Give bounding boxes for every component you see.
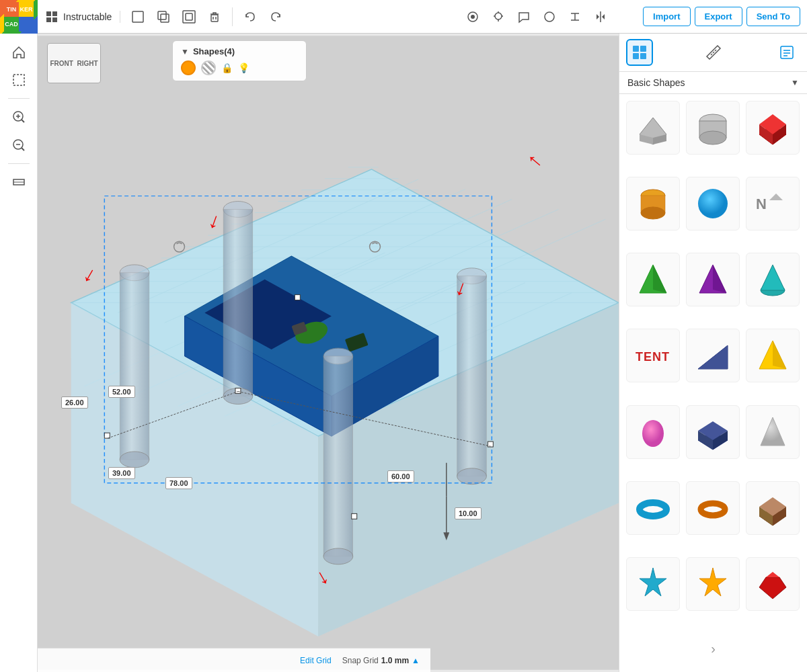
svg-marker-124 (769, 194, 783, 200)
shape-item-sphere[interactable] (686, 177, 740, 230)
sidebar-separator-2 (8, 163, 30, 164)
svg-point-114 (699, 131, 726, 144)
mirror-button[interactable] (589, 5, 612, 28)
svg-rect-6 (161, 14, 169, 22)
color-stripe-button[interactable] (201, 60, 216, 75)
svg-line-33 (22, 148, 24, 151)
navigation-cube[interactable]: FRONT RIGHT (47, 43, 101, 97)
grid-icon (46, 11, 58, 23)
export-button[interactable]: Export (695, 7, 742, 26)
shape-item-box-blue[interactable] (686, 405, 740, 459)
light-button[interactable] (487, 5, 510, 28)
fit-view-button[interactable] (6, 67, 32, 93)
notes-icon (779, 44, 795, 60)
svg-rect-2 (46, 17, 51, 22)
svg-rect-90 (295, 295, 300, 300)
sidebar-separator (8, 98, 30, 99)
svg-line-104 (715, 50, 716, 51)
notes-button[interactable] (773, 39, 800, 66)
shape-item-cylinder[interactable] (626, 177, 680, 230)
shape-item-box-brown[interactable] (746, 481, 800, 535)
edit-grid-button[interactable]: Edit Grid (300, 656, 332, 665)
svg-rect-98 (633, 46, 639, 52)
dim-label-6: 10.00 (455, 507, 482, 519)
svg-marker-25 (602, 14, 605, 19)
svg-rect-89 (352, 513, 357, 519)
zoom-out-button[interactable] (6, 132, 32, 158)
visibility-button[interactable]: 💡 (238, 62, 249, 73)
shape-item-gem-red[interactable] (746, 557, 800, 611)
shape-item-pyramid-purple[interactable] (686, 253, 740, 306)
cube-face[interactable]: FRONT RIGHT (47, 43, 101, 83)
svg-rect-74 (120, 273, 149, 460)
shape-item-box-hole[interactable] (626, 101, 680, 155)
align-button[interactable] (564, 5, 586, 28)
logo-cell-4 (19, 17, 34, 32)
shape-item-text[interactable]: N (746, 177, 800, 230)
svg-point-122 (698, 189, 728, 218)
undo-button[interactable] (239, 6, 261, 28)
shape-item-egg-pink[interactable] (626, 405, 680, 459)
shapes-category-dropdown[interactable]: Basic Shapes ▼ (619, 72, 807, 94)
copy-project-button[interactable] (153, 6, 174, 28)
svg-rect-7 (183, 11, 195, 23)
shapes-dropdown-arrow[interactable]: ▼ (181, 47, 189, 56)
snap-grid-label: Snap Grid (342, 656, 379, 665)
svg-rect-77 (223, 209, 253, 396)
svg-point-143 (701, 503, 725, 515)
shape-item-star-gold[interactable] (686, 557, 740, 611)
viewport-svg[interactable] (38, 34, 619, 672)
shape-item-torus-orange[interactable] (686, 481, 740, 535)
delete-button[interactable] (204, 6, 225, 28)
svg-rect-101 (640, 53, 646, 59)
shapes-title: ▼ Shapes(4) (181, 46, 298, 56)
svg-text:TENT: TENT (636, 350, 670, 364)
send-to-button[interactable]: Send To (746, 7, 800, 26)
canvas-area[interactable]: FRONT RIGHT ▼ Shapes(4) 🔒 💡 ↓ ↓ ↓ ↓ ↑ (38, 34, 619, 672)
toolbar-separator-1 (232, 7, 233, 26)
home-view-button[interactable] (6, 39, 32, 65)
snap-grid-arrow[interactable]: ▲ (412, 656, 420, 665)
color-orange-button[interactable] (181, 60, 196, 75)
shape-item-cone-gray[interactable] (746, 405, 800, 459)
lock-button[interactable]: 🔒 (221, 62, 233, 73)
view-mode-button[interactable] (461, 5, 484, 28)
shape-item-pyramid-green[interactable] (626, 253, 680, 306)
toolbar-right (455, 5, 619, 28)
svg-point-84 (323, 548, 353, 564)
svg-rect-105 (781, 46, 793, 58)
shapes-controls: 🔒 💡 (181, 60, 298, 75)
shapes-view-button[interactable] (626, 39, 653, 66)
dim-label-1: 26.00 (61, 396, 88, 409)
duplicate-button[interactable] (178, 6, 200, 28)
tinkercad-logo[interactable]: TIN KER CAD (0, 0, 38, 34)
layer-button[interactable] (6, 169, 32, 195)
scroll-more-indicator[interactable]: › (686, 633, 740, 665)
shape-item-box-red[interactable] (746, 101, 800, 155)
shape-item-text-3d[interactable]: TENT (626, 329, 680, 382)
svg-rect-9 (211, 15, 218, 22)
svg-marker-151 (766, 572, 779, 577)
new-button[interactable] (127, 6, 149, 28)
svg-rect-0 (46, 11, 51, 16)
svg-point-75 (120, 452, 149, 468)
zoom-in-button[interactable] (6, 104, 32, 130)
shape-item-cone-teal[interactable] (746, 253, 800, 306)
svg-rect-8 (186, 13, 192, 20)
svg-rect-3 (52, 17, 57, 22)
shape-item-pyramid-yellow[interactable] (746, 329, 800, 382)
shape-item-star-teal[interactable] (626, 557, 680, 611)
svg-marker-24 (597, 14, 599, 19)
circle-button[interactable] (538, 5, 561, 28)
redo-button[interactable] (265, 6, 286, 28)
ruler-button[interactable] (700, 39, 727, 66)
dropdown-arrow-icon: ▼ (791, 78, 799, 87)
dim-label-3: 39.00 (108, 467, 135, 479)
comment-button[interactable] (512, 5, 535, 28)
shapes-panel-header: ▼ Shapes(4) 🔒 💡 (172, 40, 307, 81)
shape-item-torus[interactable] (626, 481, 680, 535)
import-button[interactable]: Import (643, 7, 690, 26)
shape-item-wedge[interactable] (686, 329, 740, 382)
right-panel-header (619, 34, 807, 72)
shape-item-cylinder-hole[interactable] (686, 101, 740, 155)
